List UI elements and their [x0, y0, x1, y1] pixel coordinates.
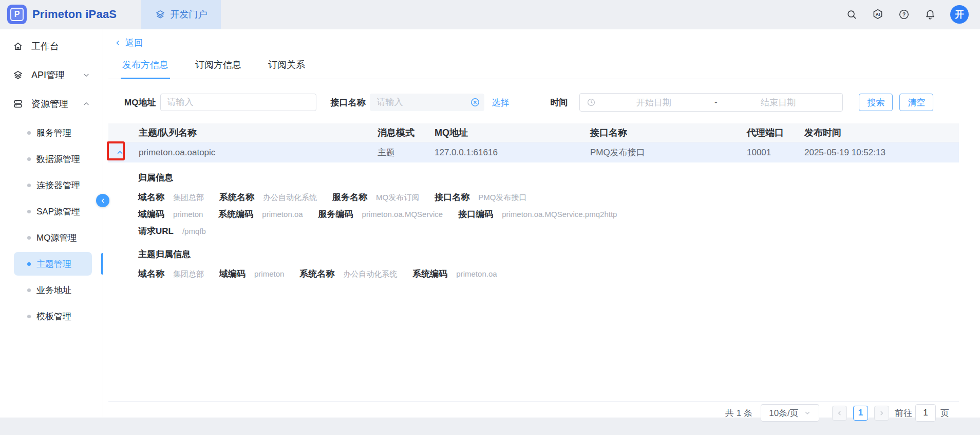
cell-publish-time: 2025-05-19 10:52:13 [798, 148, 959, 158]
prev-page-button[interactable] [832, 406, 847, 421]
sidebar-item-label: 资源管理 [31, 98, 68, 110]
detail-label: 服务名称 [332, 191, 367, 203]
svg-text:AI: AI [876, 12, 880, 17]
detail-value: primeton.oa [456, 269, 497, 278]
bullet-icon [27, 184, 31, 187]
current-page-button[interactable]: 1 [853, 406, 868, 421]
table-header: 主题/队列名称 消息模式 MQ地址 接口名称 代理端口 发布时间 [108, 123, 959, 142]
end-date-placeholder[interactable]: 结束日期 [721, 97, 836, 108]
detail-label: 请求URL [138, 225, 174, 237]
topics-table: 主题/队列名称 消息模式 MQ地址 接口名称 代理端口 发布时间 primeto… [108, 123, 959, 402]
interface-name-input[interactable] [370, 94, 484, 111]
detail-label: 系统编码 [412, 268, 447, 280]
detail-pair: 请求URL/pmqfb [138, 225, 206, 237]
chevron-down-icon [82, 71, 90, 79]
date-range-picker[interactable]: 开始日期 - 结束日期 [579, 93, 843, 112]
main-content: 返回 发布方信息 订阅方信息 订阅关系 MQ地址 接口名称 选择 时间 [103, 29, 980, 418]
sidebar-item-label: 工作台 [31, 40, 59, 52]
mq-address-input[interactable] [160, 94, 316, 111]
bullet-icon [27, 315, 31, 318]
table-row[interactable]: primeton.oa.oatopic 主题 127.0.0.1:61616 P… [108, 142, 959, 162]
tab-subscription-relation[interactable]: 订阅关系 [267, 52, 307, 79]
detail-row: 域名称集团总部 域编码primeton 系统名称办公自动化系统 系统编码prim… [138, 268, 959, 280]
portal-tab-label: 开发门户 [170, 8, 207, 21]
time-label: 时间 [550, 97, 568, 108]
sidebar-item-mq-source-mgmt[interactable]: MQ源管理 [14, 226, 92, 249]
goto-page-input[interactable] [915, 404, 936, 422]
sidebar-item-api-mgmt[interactable]: API管理 [0, 61, 103, 89]
header-mq-address: MQ地址 [428, 126, 584, 139]
logo-icon: P [7, 5, 27, 24]
back-button[interactable]: 返回 [108, 37, 155, 49]
clear-circle-icon[interactable] [470, 97, 480, 107]
chevron-left-icon [836, 410, 843, 416]
row-expanded-detail: 归属信息 域名称集团总部 系统名称办公自动化系统 服务名称MQ发布订阅 接口名称… [108, 162, 959, 291]
user-avatar[interactable]: 开 [950, 5, 969, 24]
sidebar-item-label: 服务管理 [36, 127, 71, 139]
header-publish-time: 发布时间 [798, 126, 959, 139]
detail-pair: 域编码primeton [219, 268, 284, 280]
clear-button[interactable]: 清空 [899, 94, 933, 111]
portal-tab-dev[interactable]: 开发门户 [141, 0, 221, 29]
app-body: 工作台 API管理 资源管理 服务管理 数据源管理 连接器管理 SAP源管理 M… [0, 29, 980, 418]
detail-pair: 服务编码primeton.oa.MQService [318, 208, 443, 220]
sidebar-item-label: 连接器管理 [36, 179, 80, 191]
sidebar-item-topic-mgmt[interactable]: 主题管理 [14, 252, 92, 276]
select-link[interactable]: 选择 [492, 97, 509, 108]
detail-label: 系统编码 [218, 208, 253, 220]
tab-subscriber-info[interactable]: 订阅方信息 [194, 52, 243, 79]
sidebar-item-sap-source-mgmt[interactable]: SAP源管理 [14, 200, 92, 223]
detail-label: 域编码 [138, 208, 164, 220]
app-logo: P Primeton iPaaS [7, 5, 117, 24]
chevron-up-icon [82, 100, 90, 108]
total-count: 共 1 条 [725, 407, 752, 419]
detail-pair: 系统编码primeton.oa [412, 268, 497, 280]
sidebar-item-connector-mgmt[interactable]: 连接器管理 [14, 173, 92, 197]
detail-value: /pmqfb [182, 227, 206, 235]
goto-label: 前往 [895, 407, 912, 419]
collapse-row-caret-icon[interactable] [116, 148, 124, 157]
chevron-left-icon [115, 40, 121, 46]
start-date-placeholder[interactable]: 开始日期 [596, 97, 711, 108]
ai-assistant-icon[interactable]: AI [872, 8, 884, 21]
search-button[interactable]: 搜索 [859, 94, 893, 111]
detail-value: PMQ发布接口 [478, 193, 526, 203]
bullet-icon [27, 262, 31, 266]
chevron-left-icon [100, 197, 106, 204]
detail-value: primeton.oa.MQService [362, 210, 443, 219]
detail-value: primeton.oa [262, 210, 303, 219]
sidebar-item-workbench[interactable]: 工作台 [0, 32, 103, 61]
bullet-icon [27, 157, 31, 161]
sidebar-item-business-address[interactable]: 业务地址 [14, 278, 92, 302]
detail-label: 服务编码 [318, 208, 353, 220]
detail-row: 请求URL/pmqfb [138, 225, 959, 237]
sidebar-item-datasource-mgmt[interactable]: 数据源管理 [14, 147, 92, 171]
pagination: 共 1 条 10条/页 1 前往 页 [108, 403, 960, 423]
next-page-button[interactable] [874, 406, 889, 421]
cell-mq-address: 127.0.0.1:61616 [428, 148, 584, 158]
header-topic-queue-name: 主题/队列名称 [135, 126, 372, 139]
bullet-icon [27, 210, 31, 213]
sidebar-item-template-mgmt[interactable]: 模板管理 [14, 304, 92, 328]
search-icon[interactable] [845, 8, 858, 21]
sidebar-item-label: 模板管理 [36, 311, 71, 322]
sidebar-item-label: SAP源管理 [36, 206, 80, 218]
section-title-topic-ownership: 主题归属信息 [138, 248, 959, 260]
cell-message-mode: 主题 [372, 147, 428, 158]
detail-label: 域名称 [138, 191, 164, 203]
detail-value: 办公自动化系统 [343, 269, 397, 279]
sidebar-item-service-mgmt[interactable]: 服务管理 [14, 121, 92, 144]
cell-proxy-port: 10001 [740, 148, 798, 158]
detail-row: 域编码primeton 系统编码primeton.oa 服务编码primeton… [138, 208, 959, 220]
filter-bar: MQ地址 接口名称 选择 时间 开始日期 - 结束日期 搜索 清空 [108, 93, 960, 112]
detail-value: 集团总部 [173, 269, 204, 279]
detail-label: 接口名称 [435, 191, 469, 203]
sidebar-item-resource-mgmt[interactable]: 资源管理 [0, 89, 103, 118]
notification-bell-icon[interactable] [924, 8, 936, 21]
sidebar-collapse-toggle[interactable] [96, 194, 109, 207]
detail-value: primeton.oa.MQService.pmq2http [502, 210, 617, 219]
tab-publisher-info[interactable]: 发布方信息 [121, 52, 170, 79]
chevron-down-icon [804, 409, 811, 416]
help-icon[interactable]: ? [898, 8, 910, 21]
page-size-select[interactable]: 10条/页 [761, 404, 819, 422]
